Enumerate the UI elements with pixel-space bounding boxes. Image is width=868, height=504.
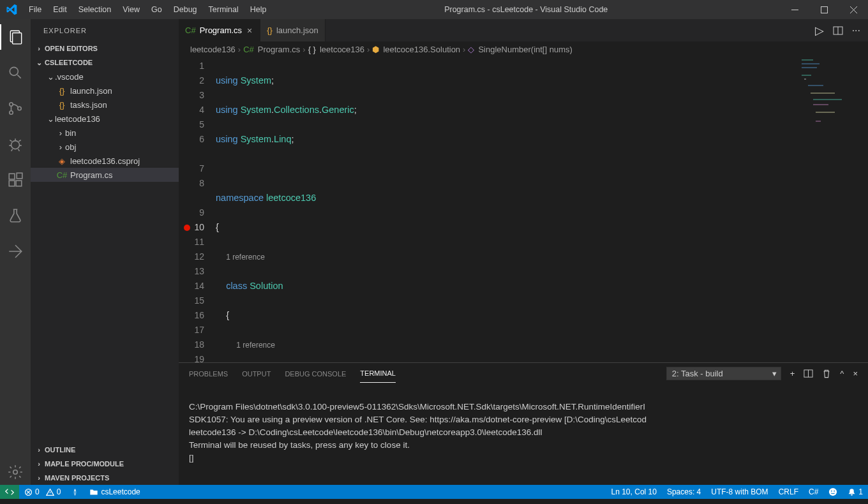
maven-section[interactable]: ›MAVEN PROJECTS (31, 471, 179, 485)
svg-point-5 (10, 103, 13, 106)
status-folder[interactable]: csLeetcode (84, 485, 145, 499)
terminal-selector[interactable]: 2: Task - build (666, 367, 781, 380)
file-tasks-json[interactable]: {}tasks.json (31, 98, 179, 112)
svg-point-7 (18, 107, 21, 110)
menu-debug[interactable]: Debug (168, 0, 203, 19)
svg-point-6 (10, 111, 13, 114)
tab-label: launch.json (276, 26, 318, 35)
maple-section[interactable]: ›MAPLE PROC/MODULE (31, 457, 179, 471)
status-cursor-pos[interactable]: Ln 10, Col 10 (606, 485, 662, 499)
minimize-button[interactable] (780, 0, 809, 19)
close-panel-icon[interactable]: × (853, 369, 858, 378)
svg-rect-0 (791, 10, 798, 10)
editor-tabs: C# Program.cs × {} launch.json ▷ ··· (179, 19, 868, 41)
menu-file[interactable]: File (23, 0, 47, 19)
tab-close-icon[interactable]: × (246, 26, 253, 36)
folder-vscode[interactable]: ⌄.vscode (31, 70, 179, 84)
status-lang[interactable]: C# (804, 485, 823, 499)
explorer-icon[interactable] (0, 24, 31, 50)
status-omnisharp[interactable] (66, 485, 84, 499)
more-actions-icon[interactable]: ··· (852, 25, 860, 36)
status-feedback-icon[interactable] (823, 485, 842, 499)
split-editor-icon[interactable] (833, 26, 843, 36)
remote-indicator[interactable] (0, 485, 19, 499)
close-button[interactable] (839, 0, 868, 19)
status-warnings[interactable]: 0 (45, 485, 66, 499)
kill-terminal-icon[interactable] (822, 369, 831, 378)
new-terminal-icon[interactable]: + (790, 369, 795, 378)
svg-rect-10 (9, 181, 15, 186)
status-errors[interactable]: 0 (19, 485, 45, 499)
code-editor[interactable]: 123456 78 9 10 11121314151617181920 usin… (179, 57, 868, 362)
tab-launch-json[interactable]: {} launch.json (260, 19, 325, 41)
svg-rect-11 (16, 181, 22, 186)
folder-bin[interactable]: ›bin (31, 126, 179, 140)
svg-point-19 (834, 491, 835, 492)
debug-icon[interactable] (0, 131, 31, 157)
panel-tab-output[interactable]: OUTPUT (242, 365, 271, 383)
svg-rect-12 (17, 173, 22, 179)
folder-leetcode136[interactable]: ⌄leetcode136 (31, 112, 179, 126)
tab-label: Program.cs (200, 26, 242, 35)
status-bar: 0 0 csLeetcode Ln 10, Col 10 Spaces: 4 U… (0, 485, 868, 499)
status-eol[interactable]: CRLF (774, 485, 804, 499)
menu-terminal[interactable]: Terminal (203, 0, 244, 19)
json-icon: {} (267, 26, 273, 35)
explorer-sidebar: EXPLORER ›OPEN EDITORS ⌄CSLEETCODE ⌄.vsc… (31, 19, 179, 485)
references-icon[interactable] (0, 239, 31, 264)
breakpoint-icon[interactable] (184, 225, 190, 231)
main-menu: File Edit Selection View Go Debug Termin… (23, 0, 273, 19)
svg-point-8 (11, 141, 20, 149)
status-spaces[interactable]: Spaces: 4 (662, 485, 706, 499)
file-launch-json[interactable]: {}launch.json (31, 84, 179, 98)
status-encoding[interactable]: UTF-8 with BOM (706, 485, 773, 499)
breadcrumb[interactable]: leetcode136› C#Program.cs› { }leetcoce13… (179, 41, 868, 57)
extensions-icon[interactable] (0, 167, 31, 193)
bottom-panel: PROBLEMS OUTPUT DEBUG CONSOLE TERMINAL 2… (179, 362, 868, 485)
open-editors-section[interactable]: ›OPEN EDITORS (31, 41, 179, 56)
line-gutter: 123456 78 9 10 11121314151617181920 (179, 57, 216, 362)
panel-tab-problems[interactable]: PROBLEMS (189, 365, 228, 383)
folder-obj[interactable]: ›obj (31, 140, 179, 154)
file-program-cs[interactable]: C#Program.cs (31, 168, 179, 182)
activity-bar (0, 19, 31, 485)
panel-tab-debug-console[interactable]: DEBUG CONSOLE (285, 365, 346, 383)
window-title: Program.cs - csLeetcode - Visual Studio … (273, 5, 780, 14)
maximize-panel-icon[interactable]: ^ (840, 369, 844, 378)
settings-gear-icon[interactable] (0, 459, 31, 485)
outline-section[interactable]: ›OUTLINE (31, 443, 179, 457)
svg-rect-9 (9, 174, 15, 179)
svg-point-18 (831, 491, 832, 492)
explorer-title: EXPLORER (31, 19, 179, 41)
menu-help[interactable]: Help (244, 0, 273, 19)
menu-go[interactable]: Go (146, 0, 168, 19)
svg-rect-3 (13, 33, 22, 44)
vscode-logo (0, 4, 23, 15)
terminal-output[interactable]: C:\Program Files\dotnet\sdk\3.0.100-prev… (179, 384, 868, 485)
project-section[interactable]: ⌄CSLEETCODE (31, 56, 179, 70)
maximize-button[interactable] (809, 0, 839, 19)
code-content[interactable]: using System; using System.Collections.G… (216, 57, 868, 362)
test-icon[interactable] (0, 203, 31, 228)
menu-edit[interactable]: Edit (47, 0, 73, 19)
run-icon[interactable]: ▷ (815, 24, 824, 38)
search-icon[interactable] (0, 60, 31, 85)
minimap[interactable] (802, 57, 859, 133)
csharp-icon: C# (185, 26, 196, 35)
svg-rect-1 (821, 6, 827, 13)
svg-point-13 (13, 470, 18, 475)
split-terminal-icon[interactable] (804, 369, 813, 378)
status-notifications[interactable]: 1 (842, 485, 868, 499)
source-control-icon[interactable] (0, 96, 31, 121)
menu-view[interactable]: View (117, 0, 146, 19)
tab-program-cs[interactable]: C# Program.cs × (179, 19, 260, 41)
svg-point-17 (829, 488, 837, 496)
menu-selection[interactable]: Selection (73, 0, 117, 19)
panel-tab-terminal[interactable]: TERMINAL (360, 364, 396, 383)
file-csproj[interactable]: ◈leetcode136.csproj (31, 154, 179, 168)
svg-point-4 (10, 67, 18, 75)
